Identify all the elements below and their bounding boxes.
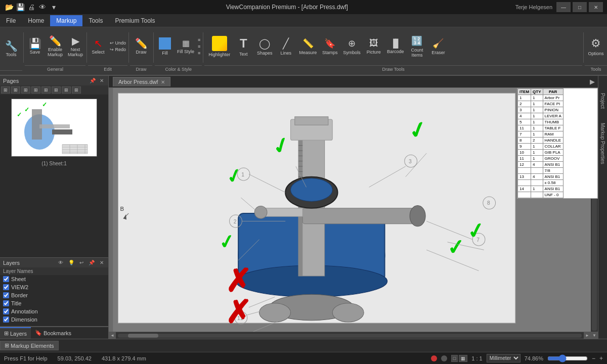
file-tab-arbor[interactable]: Arbor Press.dwf ✕ xyxy=(113,77,170,86)
ribbon-group-edit: ↖ Select ↩ Undo ↪ Redo Edit xyxy=(88,27,127,73)
layers-tab-label: Layers xyxy=(10,331,27,337)
menu-home[interactable]: Home xyxy=(22,15,50,26)
maximize-button[interactable]: □ xyxy=(573,2,587,12)
project-sidebar-label[interactable]: Project xyxy=(599,91,606,111)
zoom-slider[interactable] xyxy=(547,354,588,362)
picture-button[interactable]: 🖼 Picture xyxy=(364,36,384,56)
menu-file[interactable]: File xyxy=(0,15,22,26)
text-button[interactable]: T Text xyxy=(233,35,253,58)
layers-panel-header[interactable]: Layers 👁 💡 ↩ 📌 ✕ xyxy=(0,258,108,267)
save-icon: 💾 xyxy=(29,38,41,49)
layer-dimension-checkbox[interactable] xyxy=(3,316,9,323)
unit-select[interactable]: Millimeter Inch xyxy=(487,354,521,362)
barcode-button[interactable]: ▐▌ Barcode xyxy=(385,37,406,56)
enable-markup-button[interactable]: ✏️ EnableMarkup xyxy=(45,34,65,59)
minimize-button[interactable]: — xyxy=(556,2,571,12)
layer-undo-btn[interactable]: ↩ xyxy=(78,259,85,266)
quick-print[interactable]: 🖨 xyxy=(26,2,36,12)
stamps-button[interactable]: 🔖 Stamps xyxy=(320,36,340,57)
layers-tab[interactable]: ⊞ Layers xyxy=(0,327,31,339)
count-items-button[interactable]: 🔢 CountItems xyxy=(407,34,427,59)
menu-tools[interactable]: Tools xyxy=(82,15,109,26)
menu-markup[interactable]: Markup xyxy=(50,15,82,26)
highlighter-button[interactable]: Highlighter xyxy=(206,34,232,59)
quick-preview[interactable]: 👁 xyxy=(37,2,48,12)
undo-button[interactable]: ↩ Undo xyxy=(108,40,127,46)
layer-annotation-checkbox[interactable] xyxy=(3,308,9,314)
canvas-viewport[interactable]: 1 2 3 7 8 xyxy=(109,88,598,339)
eraser-button[interactable]: 🧹 Eraser xyxy=(428,36,448,57)
quick-open[interactable]: 📂 xyxy=(4,2,14,12)
page-first-btn[interactable]: ⊞ xyxy=(1,86,10,94)
page-paste-btn[interactable]: ⊞ xyxy=(72,86,81,94)
page-delete-btn[interactable]: ⊞ xyxy=(52,86,61,94)
svg-text:✓: ✓ xyxy=(17,111,22,118)
tab-bar: Arbor Press.dwf ✕ ▶ xyxy=(109,76,598,88)
close-button[interactable]: ✕ xyxy=(589,2,603,12)
zoom-out-button[interactable]: − xyxy=(592,355,595,362)
next-markup-button[interactable]: ▶ NextMarkup xyxy=(65,34,85,59)
layer-dimension-label: Dimension xyxy=(11,316,37,323)
align-center-btn[interactable]: ≡ xyxy=(196,43,202,50)
layers-close-btn[interactable]: ✕ xyxy=(98,259,105,266)
scroll-down-button[interactable]: ▼ xyxy=(591,332,598,339)
pages-panel-header[interactable]: Pages 📌 ✕ xyxy=(0,76,108,85)
fill-style-button[interactable]: ▦ Fill Style xyxy=(175,37,196,56)
ribbon-group-draw-label: Draw xyxy=(130,65,152,73)
shapes-button[interactable]: ◯ Shapes xyxy=(254,36,275,57)
layer-eye-btn[interactable]: 👁 xyxy=(57,259,65,266)
layer-title-checkbox[interactable] xyxy=(3,300,9,306)
lines-button[interactable]: ╱ Lines xyxy=(276,36,296,57)
tools-button[interactable]: 🔧 Tools xyxy=(0,39,22,59)
scroll-thumb-h[interactable] xyxy=(128,334,158,338)
markup-properties-label[interactable]: Markup Properties xyxy=(599,121,606,166)
measure-button[interactable]: 📏 Measure xyxy=(297,36,319,57)
align-left-btn[interactable]: ≡ xyxy=(196,37,202,43)
tab-scroll-right[interactable]: ▶ xyxy=(587,78,598,85)
markup-elements-icon: ⊞ xyxy=(5,342,9,349)
symbols-button[interactable]: ⊕ Symbols xyxy=(341,36,363,57)
pages-pin-button[interactable]: 📌 xyxy=(88,77,97,84)
menu-premium-tools[interactable]: Premium Tools xyxy=(109,15,161,26)
page-export-btn[interactable]: ⊞ xyxy=(41,86,51,94)
pages-panel-content: ⊞ ⊞ ⊞ ⊞ ⊞ ⊞ ⊞ ⊞ xyxy=(0,85,108,166)
zoom-in-button[interactable]: + xyxy=(599,355,603,362)
save-button[interactable]: 💾 Save xyxy=(25,37,45,56)
svg-rect-5 xyxy=(62,145,88,154)
dual-view-button[interactable]: ▦ xyxy=(459,355,467,362)
bom-header-qty: QTY xyxy=(531,89,543,95)
page-copy-btn[interactable]: ⊞ xyxy=(62,86,71,94)
options-button[interactable]: ⚙ Options xyxy=(585,35,607,58)
shapes-icon: ◯ xyxy=(259,37,270,50)
quick-more[interactable]: ▾ xyxy=(49,2,59,12)
scroll-left-button[interactable]: ◄ xyxy=(109,332,116,339)
layer-view2-checkbox[interactable] xyxy=(3,284,9,290)
page-add-btn[interactable]: ⊞ xyxy=(21,86,30,94)
pages-close-button[interactable]: ✕ xyxy=(98,77,105,84)
redo-button[interactable]: ↪ Redo xyxy=(108,47,127,53)
layer-sheet-checkbox[interactable] xyxy=(3,276,9,282)
svg-rect-38 xyxy=(302,208,417,224)
table-row: 41LEVER A xyxy=(518,113,563,119)
select-button[interactable]: ↖ Select xyxy=(88,37,108,56)
draw-button[interactable]: ✏️ Draw xyxy=(130,37,152,56)
page-thumbnail[interactable]: ✓ ✓ ✓ xyxy=(11,99,97,157)
scroll-track-h xyxy=(118,334,582,338)
single-view-button[interactable]: □ xyxy=(451,355,458,362)
layer-bulb-btn[interactable]: 💡 xyxy=(67,259,76,266)
scroll-right-button[interactable]: ► xyxy=(584,332,591,339)
bom-header-part: PAR xyxy=(543,89,563,95)
layer-sheet: Sheet xyxy=(0,275,108,283)
page-import-btn[interactable]: ⊞ xyxy=(31,86,40,94)
page-prev-btn[interactable]: ⊞ xyxy=(11,86,20,94)
align-right-btn[interactable]: ≡ xyxy=(196,50,202,56)
fill-button[interactable]: Fill xyxy=(155,36,175,57)
bookmarks-tab[interactable]: 🔖 Bookmarks xyxy=(31,327,75,339)
quick-save[interactable]: 💾 xyxy=(15,2,25,12)
tab-close-button[interactable]: ✕ xyxy=(161,79,165,85)
markup-elements-tab[interactable]: ⊞ Markup Elements xyxy=(0,341,59,350)
layers-pin-btn[interactable]: 📌 xyxy=(87,259,96,266)
layer-border-checkbox[interactable] xyxy=(3,292,9,298)
table-row: 91COLLAR xyxy=(518,144,563,150)
left-panels: Pages 📌 ✕ ⊞ ⊞ ⊞ ⊞ ⊞ ⊞ ⊞ ⊞ xyxy=(0,76,109,339)
